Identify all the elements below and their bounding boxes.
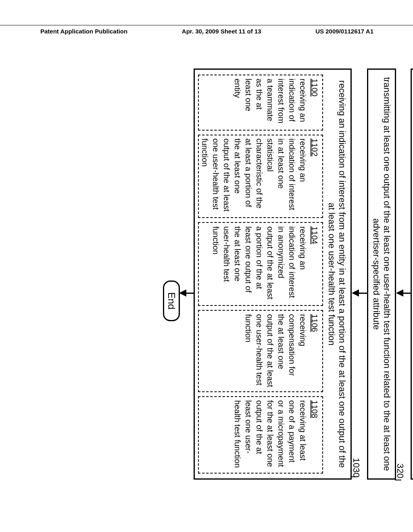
end-terminator: End (163, 281, 180, 321)
substep-1106-text: receiving compensation for the at least … (244, 314, 307, 387)
substeps-row: 1100 receiving an indication of interest… (198, 74, 323, 474)
substep-1108-num: 1108 (309, 400, 320, 470)
arrow-down-icon (179, 289, 186, 297)
substep-1104-num: 1104 (309, 226, 320, 302)
substep-1108: 1108 receiving at least one of a payment… (198, 396, 323, 474)
substep-1108-text: receiving at least one of a payment or a… (233, 400, 307, 468)
header-left: Patent Application Publication (40, 28, 127, 35)
reference-1030: 1030 (351, 458, 361, 478)
leader-line (351, 476, 357, 477)
page-header: Patent Application Publication Apr. 30, … (0, 25, 413, 35)
step-1030-box: receiving an indication of interest from… (194, 69, 352, 480)
substep-1102-text: receiving an indication of interest in a… (200, 139, 307, 212)
arrow-down-icon (396, 289, 403, 297)
substep-1102-num: 1102 (309, 139, 320, 214)
substep-1106-num: 1106 (309, 314, 320, 388)
substep-1106: 1106 receiving compensation for the at l… (198, 310, 323, 392)
arrow-stem-icon (403, 293, 411, 294)
header-right: US 2009/0112617 A1 (315, 28, 373, 35)
leader-line (395, 480, 401, 480)
substep-1100-num: 1100 (309, 79, 320, 127)
flowchart-fig-11: FIG. 11 300 Start 310 specifying at leas… (157, 60, 413, 488)
diagram-rotated-container: FIG. 11 300 Start 310 specifying at leas… (0, 115, 413, 433)
arrow-stem-icon (186, 293, 194, 294)
reference-320: 320 (395, 463, 405, 478)
substep-1102: 1102 receiving an indication of interest… (198, 135, 323, 218)
arrow-down-icon (352, 289, 359, 297)
arrow-stem-icon (358, 293, 367, 294)
header-center: Apr. 30, 2009 Sheet 11 of 13 (182, 28, 261, 35)
substep-1104: 1104 receiving an indication of interest… (198, 222, 323, 306)
substep-1100-text: receiving an indication of interest from… (233, 79, 307, 123)
substep-1104-text: receiving an indication of interest in a… (211, 226, 307, 299)
substep-1100: 1100 receiving an indication of interest… (198, 75, 323, 131)
step-1030-text: receiving an indication of interest from… (326, 74, 347, 474)
step-320-box: transmitting at least one output of the … (367, 69, 396, 480)
step-320-text: transmitting at least one output of the … (371, 75, 392, 473)
step-310-box: specifying at least one of a plurality o… (411, 69, 413, 480)
